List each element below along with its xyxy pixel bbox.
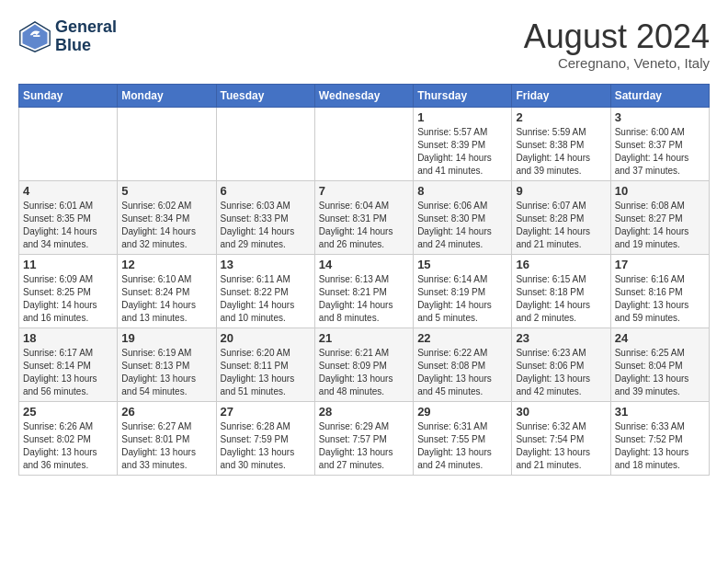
calendar-cell: 13Sunrise: 6:11 AM Sunset: 8:22 PM Dayli… <box>216 254 314 327</box>
calendar-week-1: 1Sunrise: 5:57 AM Sunset: 8:39 PM Daylig… <box>19 107 710 180</box>
day-info: Sunrise: 5:57 AM Sunset: 8:39 PM Dayligh… <box>417 126 507 178</box>
calendar-cell: 3Sunrise: 6:00 AM Sunset: 8:37 PM Daylig… <box>610 107 709 180</box>
day-number: 2 <box>516 110 606 124</box>
day-number: 21 <box>319 331 409 345</box>
day-number: 19 <box>121 331 211 345</box>
day-info: Sunrise: 6:20 AM Sunset: 8:11 PM Dayligh… <box>221 347 311 398</box>
day-info: Sunrise: 6:03 AM Sunset: 8:33 PM Dayligh… <box>221 200 311 251</box>
calendar-cell: 1Sunrise: 5:57 AM Sunset: 8:39 PM Daylig… <box>414 107 512 180</box>
day-number: 1 <box>417 110 507 124</box>
day-info: Sunrise: 6:02 AM Sunset: 8:34 PM Dayligh… <box>121 200 211 251</box>
calendar-cell: 26Sunrise: 6:27 AM Sunset: 8:01 PM Dayli… <box>118 401 216 475</box>
calendar-cell: 6Sunrise: 6:03 AM Sunset: 8:33 PM Daylig… <box>216 180 314 254</box>
day-number: 7 <box>319 184 409 198</box>
day-number: 5 <box>121 184 211 198</box>
day-number: 17 <box>615 258 705 271</box>
day-number: 11 <box>23 258 113 271</box>
calendar-cell: 5Sunrise: 6:02 AM Sunset: 8:34 PM Daylig… <box>118 180 216 254</box>
day-number: 16 <box>516 258 606 271</box>
calendar-week-3: 11Sunrise: 6:09 AM Sunset: 8:25 PM Dayli… <box>19 254 710 327</box>
calendar-week-2: 4Sunrise: 6:01 AM Sunset: 8:35 PM Daylig… <box>19 180 710 254</box>
calendar-header-row: SundayMondayTuesdayWednesdayThursdayFrid… <box>19 84 710 107</box>
calendar-cell: 16Sunrise: 6:15 AM Sunset: 8:18 PM Dayli… <box>512 254 610 327</box>
calendar-cell: 20Sunrise: 6:20 AM Sunset: 8:11 PM Dayli… <box>216 327 314 401</box>
day-info: Sunrise: 6:11 AM Sunset: 8:22 PM Dayligh… <box>221 273 311 325</box>
day-number: 18 <box>23 331 113 345</box>
day-number: 4 <box>23 184 113 198</box>
day-info: Sunrise: 6:07 AM Sunset: 8:28 PM Dayligh… <box>516 200 606 251</box>
day-info: Sunrise: 6:13 AM Sunset: 8:21 PM Dayligh… <box>319 273 409 325</box>
svg-rect-2 <box>33 35 40 37</box>
calendar-cell <box>314 107 413 180</box>
day-info: Sunrise: 6:26 AM Sunset: 8:02 PM Dayligh… <box>23 420 113 472</box>
day-number: 6 <box>221 184 311 198</box>
day-number: 22 <box>417 331 507 345</box>
day-number: 3 <box>615 110 705 124</box>
day-info: Sunrise: 6:22 AM Sunset: 8:08 PM Dayligh… <box>417 347 507 398</box>
day-info: Sunrise: 6:14 AM Sunset: 8:19 PM Dayligh… <box>417 273 507 325</box>
calendar-cell: 24Sunrise: 6:25 AM Sunset: 8:04 PM Dayli… <box>610 327 709 401</box>
calendar-cell: 8Sunrise: 6:06 AM Sunset: 8:30 PM Daylig… <box>414 180 512 254</box>
calendar-cell: 21Sunrise: 6:21 AM Sunset: 8:09 PM Dayli… <box>314 327 413 401</box>
day-info: Sunrise: 6:01 AM Sunset: 8:35 PM Dayligh… <box>23 200 113 251</box>
calendar-title: August 2024 <box>524 18 710 55</box>
calendar-cell: 11Sunrise: 6:09 AM Sunset: 8:25 PM Dayli… <box>19 254 118 327</box>
day-info: Sunrise: 6:32 AM Sunset: 7:54 PM Dayligh… <box>516 420 606 472</box>
day-header-friday: Friday <box>512 84 610 107</box>
day-header-thursday: Thursday <box>414 84 512 107</box>
day-header-saturday: Saturday <box>610 84 709 107</box>
day-info: Sunrise: 6:08 AM Sunset: 8:27 PM Dayligh… <box>615 200 705 251</box>
calendar-cell: 25Sunrise: 6:26 AM Sunset: 8:02 PM Dayli… <box>19 401 118 475</box>
title-block: August 2024 Ceregnano, Veneto, Italy <box>524 18 710 71</box>
day-number: 15 <box>417 258 507 271</box>
day-number: 31 <box>615 405 705 419</box>
day-number: 28 <box>319 405 409 419</box>
day-number: 29 <box>417 405 507 419</box>
calendar-cell: 18Sunrise: 6:17 AM Sunset: 8:14 PM Dayli… <box>19 327 118 401</box>
day-number: 23 <box>516 331 606 345</box>
calendar-cell: 9Sunrise: 6:07 AM Sunset: 8:28 PM Daylig… <box>512 180 610 254</box>
logo: General Blue <box>18 18 117 55</box>
day-info: Sunrise: 6:09 AM Sunset: 8:25 PM Dayligh… <box>23 273 113 325</box>
day-number: 30 <box>516 405 606 419</box>
calendar-cell: 22Sunrise: 6:22 AM Sunset: 8:08 PM Dayli… <box>414 327 512 401</box>
calendar-cell: 28Sunrise: 6:29 AM Sunset: 7:57 PM Dayli… <box>314 401 413 475</box>
calendar-cell: 27Sunrise: 6:28 AM Sunset: 7:59 PM Dayli… <box>216 401 314 475</box>
day-info: Sunrise: 6:16 AM Sunset: 8:16 PM Dayligh… <box>615 273 705 325</box>
calendar-cell: 4Sunrise: 6:01 AM Sunset: 8:35 PM Daylig… <box>19 180 118 254</box>
day-number: 24 <box>615 331 705 345</box>
day-number: 14 <box>319 258 409 271</box>
day-info: Sunrise: 6:04 AM Sunset: 8:31 PM Dayligh… <box>319 200 409 251</box>
day-info: Sunrise: 6:21 AM Sunset: 8:09 PM Dayligh… <box>319 347 409 398</box>
day-number: 27 <box>221 405 311 419</box>
header: General Blue August 2024 Ceregnano, Vene… <box>18 18 710 71</box>
calendar-cell: 2Sunrise: 5:59 AM Sunset: 8:38 PM Daylig… <box>512 107 610 180</box>
day-number: 26 <box>121 405 211 419</box>
day-number: 9 <box>516 184 606 198</box>
calendar-cell: 10Sunrise: 6:08 AM Sunset: 8:27 PM Dayli… <box>610 180 709 254</box>
day-info: Sunrise: 6:19 AM Sunset: 8:13 PM Dayligh… <box>121 347 211 398</box>
calendar-cell: 19Sunrise: 6:19 AM Sunset: 8:13 PM Dayli… <box>118 327 216 401</box>
calendar-cell <box>19 107 118 180</box>
day-header-monday: Monday <box>118 84 216 107</box>
day-info: Sunrise: 6:15 AM Sunset: 8:18 PM Dayligh… <box>516 273 606 325</box>
day-info: Sunrise: 6:29 AM Sunset: 7:57 PM Dayligh… <box>319 420 409 472</box>
page: General Blue August 2024 Ceregnano, Vene… <box>0 0 728 485</box>
calendar-subtitle: Ceregnano, Veneto, Italy <box>524 55 710 71</box>
calendar-cell: 29Sunrise: 6:31 AM Sunset: 7:55 PM Dayli… <box>414 401 512 475</box>
day-info: Sunrise: 6:10 AM Sunset: 8:24 PM Dayligh… <box>121 273 211 325</box>
calendar-week-4: 18Sunrise: 6:17 AM Sunset: 8:14 PM Dayli… <box>19 327 710 401</box>
calendar-week-5: 25Sunrise: 6:26 AM Sunset: 8:02 PM Dayli… <box>19 401 710 475</box>
day-header-tuesday: Tuesday <box>216 84 314 107</box>
day-info: Sunrise: 6:17 AM Sunset: 8:14 PM Dayligh… <box>23 347 113 398</box>
day-info: Sunrise: 6:00 AM Sunset: 8:37 PM Dayligh… <box>615 126 705 178</box>
day-info: Sunrise: 6:23 AM Sunset: 8:06 PM Dayligh… <box>516 347 606 398</box>
day-number: 12 <box>121 258 211 271</box>
calendar-cell: 14Sunrise: 6:13 AM Sunset: 8:21 PM Dayli… <box>314 254 413 327</box>
general-blue-icon <box>18 20 51 53</box>
day-info: Sunrise: 6:28 AM Sunset: 7:59 PM Dayligh… <box>221 420 311 472</box>
calendar-cell: 17Sunrise: 6:16 AM Sunset: 8:16 PM Dayli… <box>610 254 709 327</box>
calendar-cell: 7Sunrise: 6:04 AM Sunset: 8:31 PM Daylig… <box>314 180 413 254</box>
calendar-table: SundayMondayTuesdayWednesdayThursdayFrid… <box>18 84 710 476</box>
day-info: Sunrise: 5:59 AM Sunset: 8:38 PM Dayligh… <box>516 126 606 178</box>
